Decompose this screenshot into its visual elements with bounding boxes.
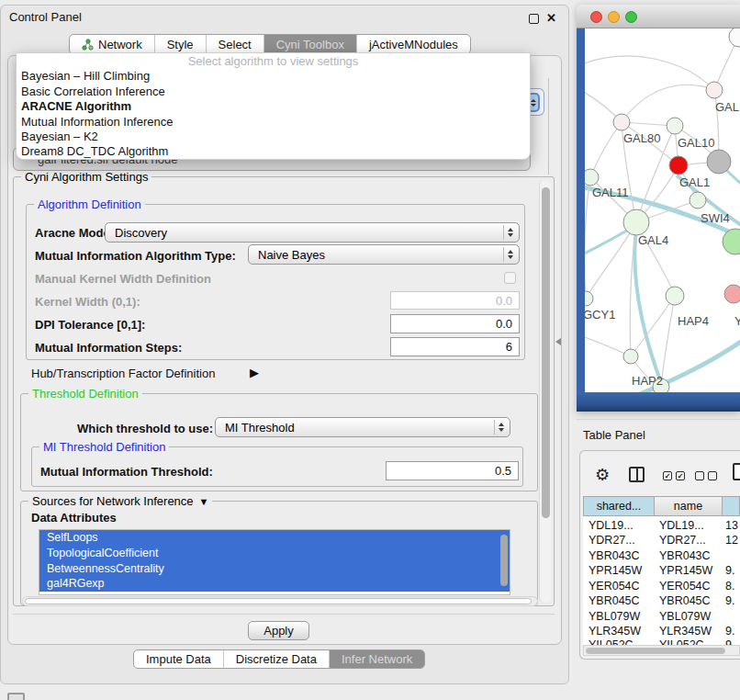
table-cell[interactable]: YDR27... <box>659 534 706 547</box>
close-traffic-light[interactable] <box>590 11 602 23</box>
settings-scrollbar-track[interactable] <box>539 180 551 603</box>
list-item[interactable]: gal4RGexp <box>39 576 510 592</box>
dropdown-option-selected[interactable]: ARACNE Algorithm <box>17 99 530 114</box>
mi-threshold-field[interactable]: 0.5 <box>386 461 519 480</box>
list-item[interactable]: SelfLoops <box>39 530 510 546</box>
splitter-handle[interactable] <box>555 338 561 345</box>
mi-steps-label: Mutual Information Steps: <box>35 341 182 355</box>
tab-style[interactable]: Style <box>155 35 207 53</box>
table-cell[interactable]: YDL19... <box>589 519 633 532</box>
table-cell[interactable]: 9. <box>725 564 734 577</box>
node-label: GAL1 <box>679 175 710 189</box>
network-node-green-right[interactable] <box>723 229 740 254</box>
node-label: GAL11 <box>592 186 629 199</box>
groupbox-edge-fragment <box>548 78 549 175</box>
table-cell[interactable]: YER054C <box>659 580 711 593</box>
dropdown-option[interactable]: Basic Correlation Inference <box>17 85 530 99</box>
close-icon[interactable]: ✕ <box>546 11 556 25</box>
table-hscrollbar-track[interactable] <box>583 645 740 656</box>
kernel-width-field[interactable]: 0.0 <box>390 291 520 310</box>
apply-button[interactable]: Apply <box>248 621 309 640</box>
gear-icon[interactable]: ⚙ <box>595 465 610 485</box>
table-cell[interactable]: 8. <box>725 580 734 593</box>
checked-checkbox-icon[interactable]: ✓ <box>676 471 685 480</box>
list-item[interactable]: TopologicalCoefficient <box>39 546 510 561</box>
mi-steps-field[interactable]: 6 <box>390 337 520 356</box>
column-header-shared-name[interactable]: shared... <box>583 496 655 516</box>
table-cell[interactable]: YBR045C <box>589 594 640 607</box>
list-item[interactable]: BetweennessCentrality <box>39 561 510 577</box>
tab-network[interactable]: Network <box>70 35 155 53</box>
network-node-gray[interactable] <box>707 150 731 174</box>
network-node-hap2[interactable] <box>623 349 638 364</box>
table-hscrollbar-thumb[interactable] <box>586 648 725 654</box>
document-icon[interactable] <box>733 463 740 480</box>
tab-discretize-data[interactable]: Discretize Data <box>224 650 330 668</box>
table-cell[interactable]: YBL079W <box>659 610 711 623</box>
network-node-gal4[interactable] <box>623 209 649 235</box>
dropdown-option[interactable]: Mutual Information Inference <box>17 115 530 130</box>
dropdown-option[interactable]: Dream8 DC_TDC Algorithm <box>17 144 530 159</box>
dropdown-option[interactable]: Bayesian – K2 <box>17 130 530 144</box>
minimized-panel-icon[interactable] <box>7 693 25 700</box>
network-node-gal-top[interactable] <box>706 82 723 98</box>
tab-cyni-toolbox[interactable]: Cyni Toolbox <box>264 35 357 53</box>
tab-infer-network[interactable]: Infer Network <box>330 650 424 668</box>
hub-section-label[interactable]: Hub/Transcription Factor Definition <box>31 367 215 380</box>
network-node-hap4[interactable] <box>666 287 684 305</box>
tab-impute-data[interactable]: Impute Data <box>134 650 224 668</box>
float-window-icon[interactable] <box>529 14 539 24</box>
table-cell[interactable]: YBR043C <box>589 549 640 562</box>
expand-arrow-icon[interactable]: ▶ <box>250 366 259 379</box>
table-cell[interactable]: YBR043C <box>659 549 711 562</box>
dropdown-option[interactable]: Bayesian – Hill Climbing <box>17 69 530 84</box>
control-panel-tabbar: Network Style Select Cyni Toolbox jActiv… <box>69 34 471 54</box>
network-node-partial-top[interactable] <box>729 28 740 47</box>
settings-hscrollbar-thumb[interactable] <box>25 598 532 604</box>
table-cell[interactable]: YER054C <box>589 580 640 593</box>
network-node-swi4[interactable] <box>690 192 706 209</box>
table-cell[interactable]: YDR27... <box>589 534 635 547</box>
manual-kernel-checkbox[interactable] <box>504 272 516 284</box>
column-header-name[interactable]: name <box>655 496 723 516</box>
table-cell[interactable]: YBL079W <box>589 610 640 623</box>
mi-algorithm-type-combo[interactable]: Naive Bayes <box>248 244 520 265</box>
network-node-gal11[interactable] <box>585 169 599 186</box>
node-label: HAP2 <box>632 374 663 388</box>
settings-hscrollbar-track[interactable] <box>22 596 538 606</box>
settings-scrollbar-thumb[interactable] <box>542 187 550 518</box>
checked-checkbox-icon[interactable]: ✓ <box>663 471 672 480</box>
network-node-gal10[interactable] <box>667 118 683 134</box>
table-cell[interactable]: YBR045C <box>659 594 711 607</box>
tab-select[interactable]: Select <box>207 35 264 53</box>
table-cell[interactable]: YLR345W <box>589 625 641 638</box>
which-threshold-combo[interactable]: MI Threshold <box>215 417 510 437</box>
sources-group-title[interactable]: Sources for Network Inference ▼ <box>28 494 212 508</box>
column-header-partial[interactable] <box>723 496 740 516</box>
spinner-icon <box>503 225 517 240</box>
table-cell[interactable]: YDL19... <box>659 519 704 532</box>
table-cell[interactable]: YLR345W <box>659 625 712 638</box>
table-cell[interactable]: YPR145W <box>659 564 712 577</box>
columns-icon[interactable] <box>629 467 645 482</box>
network-node-gal1-selected[interactable] <box>669 156 688 175</box>
network-node-pink-right[interactable] <box>724 285 740 303</box>
unchecked-checkbox-icon[interactable] <box>695 471 704 480</box>
minimize-traffic-light[interactable] <box>608 11 620 23</box>
network-node-gcy1[interactable] <box>585 291 593 306</box>
network-canvas[interactable]: GAL GAL80 GAL10 GAL1 GAL11 SWI4 GAL4 GCY… <box>585 28 740 392</box>
list-scrollbar-thumb[interactable] <box>500 535 508 586</box>
network-node-gal80[interactable] <box>613 114 630 130</box>
table-cell[interactable]: 9. <box>725 625 734 638</box>
table-cell[interactable]: 12 <box>725 534 738 547</box>
data-attributes-label: Data Attributes <box>31 511 117 525</box>
node-label: GAL10 <box>678 136 714 150</box>
unchecked-checkbox-icon[interactable] <box>708 471 717 480</box>
zoom-traffic-light[interactable] <box>625 11 637 23</box>
tab-jactivemnodules[interactable]: jActiveMNodules <box>357 35 470 53</box>
aracne-mode-combo[interactable]: Discovery <box>105 222 520 243</box>
table-cell[interactable]: 13 <box>725 519 738 532</box>
table-cell[interactable]: YPR145W <box>589 564 642 577</box>
dpi-tolerance-field[interactable]: 0.0 <box>390 314 520 333</box>
table-cell[interactable]: 9. <box>725 594 734 607</box>
